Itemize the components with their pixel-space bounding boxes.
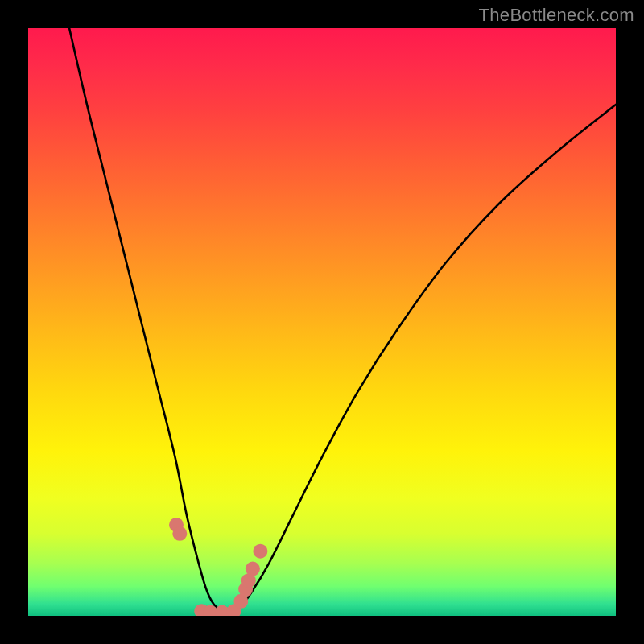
highlight-markers (169, 518, 267, 616)
watermark-text: TheBottleneck.com (479, 5, 634, 26)
plot-area (28, 28, 616, 616)
chart-frame: TheBottleneck.com (0, 0, 644, 644)
bottleneck-curve (69, 28, 616, 611)
highlight-marker (253, 544, 267, 559)
highlight-marker (172, 526, 187, 541)
highlight-marker (246, 562, 260, 576)
curve-layer (28, 28, 616, 616)
